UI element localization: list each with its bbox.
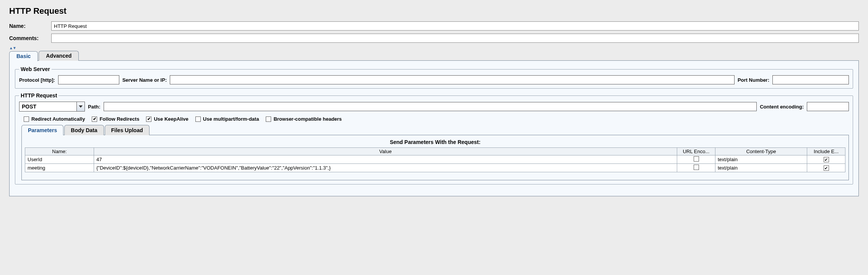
path-label: Path:	[88, 104, 101, 110]
checkbox-icon	[824, 157, 829, 162]
protocol-input[interactable]	[58, 75, 119, 84]
param-table-caption: Send Parameters With the Request:	[25, 139, 845, 145]
redirect-auto-label: Redirect Automatically	[31, 116, 85, 122]
param-table: Name: Value URL Enco... Content-Type Inc…	[25, 147, 845, 172]
checkbox-icon	[266, 116, 271, 122]
tab-parameters[interactable]: Parameters	[21, 125, 63, 135]
col-header-value[interactable]: Value	[94, 148, 677, 155]
keepalive-checkbox[interactable]: Use KeepAlive	[146, 116, 188, 122]
multipart-label: Use multipart/form-data	[203, 116, 259, 122]
table-row[interactable]: UserId 47 text/plain	[25, 155, 845, 164]
checkbox-icon	[24, 116, 29, 122]
name-label: Name:	[9, 23, 47, 29]
checkbox-icon	[195, 116, 201, 122]
col-header-include-equals[interactable]: Include E...	[807, 148, 845, 155]
checkbox-icon	[92, 116, 97, 122]
http-request-legend: HTTP Request	[19, 92, 59, 99]
checkbox-icon	[146, 116, 151, 122]
web-server-legend: Web Server	[19, 66, 52, 72]
server-input[interactable]	[170, 75, 735, 84]
cell-url-encode[interactable]	[677, 155, 715, 164]
cell-content-type[interactable]: text/plain	[715, 164, 807, 172]
port-input[interactable]	[772, 75, 849, 84]
checkbox-icon	[824, 165, 829, 171]
checkbox-icon	[694, 156, 699, 162]
method-input[interactable]	[19, 102, 76, 112]
tab-advanced[interactable]: Advanced	[39, 51, 79, 61]
cell-include-equals[interactable]	[807, 155, 845, 164]
encoding-label: Content encoding:	[760, 104, 804, 110]
page-title: HTTP Request	[9, 6, 859, 16]
table-row[interactable]: meeting {"DeviceID":${deviceID},"Network…	[25, 164, 845, 172]
browser-compat-checkbox[interactable]: Browser-compatible headers	[266, 116, 341, 122]
cell-content-type[interactable]: text/plain	[715, 155, 807, 164]
follow-redirects-label: Follow Redirects	[99, 116, 139, 122]
cell-url-encode[interactable]	[677, 164, 715, 172]
redirect-auto-checkbox[interactable]: Redirect Automatically	[24, 116, 85, 122]
chevron-down-icon	[79, 105, 83, 108]
keepalive-label: Use KeepAlive	[154, 116, 188, 122]
name-input[interactable]	[51, 21, 859, 31]
port-label: Port Number:	[738, 77, 769, 83]
cell-include-equals[interactable]	[807, 164, 845, 172]
path-input[interactable]	[104, 102, 757, 111]
cell-name[interactable]: UserId	[25, 155, 94, 164]
cell-value[interactable]: {"DeviceID":${deviceID},"NetworkCarrierN…	[94, 164, 677, 172]
protocol-label: Protocol [http]:	[19, 77, 55, 83]
inner-tabstrip: Parameters Body Data Files Upload	[21, 125, 849, 135]
comments-label: Comments:	[9, 35, 47, 41]
main-tabstrip: Basic Advanced	[9, 51, 859, 61]
comments-input[interactable]	[51, 34, 859, 43]
web-server-fieldset: Web Server Protocol [http]: Server Name …	[15, 66, 853, 89]
method-dropdown-button[interactable]	[76, 102, 85, 112]
checkbox-icon	[694, 165, 699, 170]
cell-value[interactable]: 47	[94, 155, 677, 164]
col-header-content-type[interactable]: Content-Type	[715, 148, 807, 155]
follow-redirects-checkbox[interactable]: Follow Redirects	[92, 116, 139, 122]
col-header-url-encode[interactable]: URL Enco...	[677, 148, 715, 155]
method-combo[interactable]	[19, 102, 85, 112]
tab-files-upload[interactable]: Files Upload	[105, 125, 150, 135]
basic-panel: Web Server Protocol [http]: Server Name …	[9, 60, 859, 196]
col-header-name[interactable]: Name:	[25, 148, 94, 155]
tab-body-data[interactable]: Body Data	[64, 125, 104, 135]
multipart-checkbox[interactable]: Use multipart/form-data	[195, 116, 259, 122]
parameters-panel: Send Parameters With the Request: Name: …	[21, 135, 849, 180]
cell-name[interactable]: meeting	[25, 164, 94, 172]
http-request-fieldset: HTTP Request Path: Content encoding: Red…	[15, 92, 853, 184]
collapse-toggle-icon[interactable]: ▲▼	[9, 46, 859, 50]
tab-basic[interactable]: Basic	[9, 51, 38, 61]
encoding-input[interactable]	[807, 102, 849, 111]
server-label: Server Name or IP:	[122, 77, 167, 83]
table-header-row: Name: Value URL Enco... Content-Type Inc…	[25, 148, 845, 155]
browser-compat-label: Browser-compatible headers	[273, 116, 341, 122]
